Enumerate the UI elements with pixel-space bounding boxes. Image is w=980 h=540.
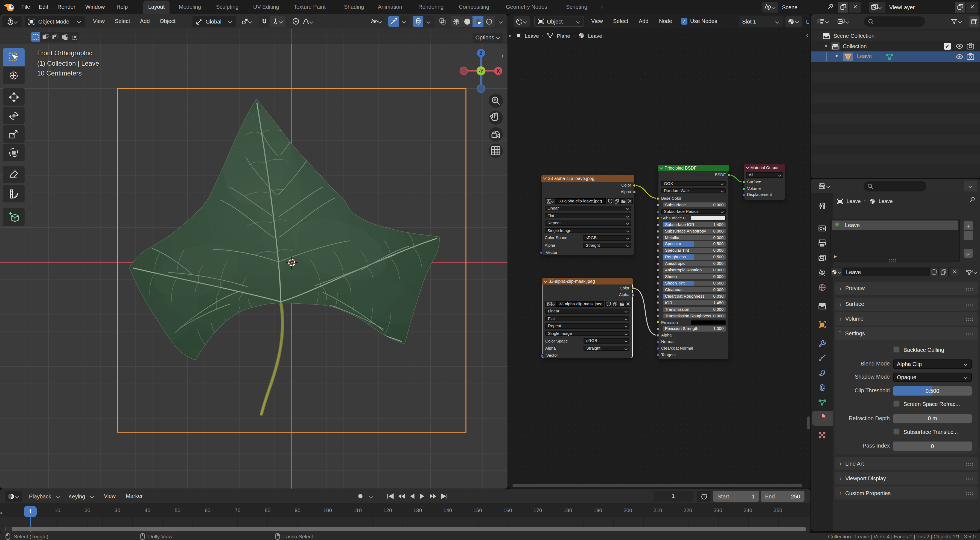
svg-text:Z: Z [480,51,483,56]
svg-text:X: X [496,68,500,74]
svg-text:-Y: -Y [479,68,484,74]
